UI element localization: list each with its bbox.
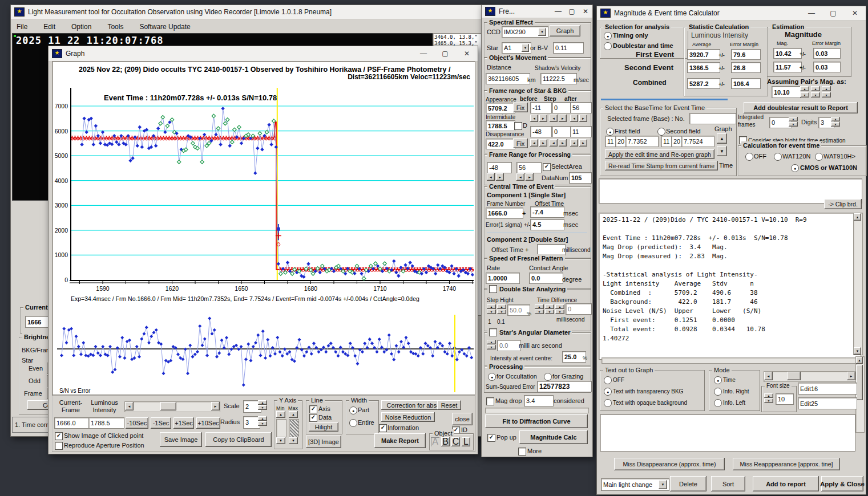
before-stepper[interactable]: ◄► [530, 115, 547, 122]
result-line-box[interactable] [599, 178, 862, 204]
minimize-icon[interactable]: — [551, 7, 565, 15]
first-err-field[interactable]: 79.6 [731, 49, 761, 60]
close-icon[interactable]: ✕ [579, 7, 592, 15]
maximize-icon[interactable]: ▢ [434, 50, 456, 58]
appearance-field[interactable]: 5709.2 [486, 103, 515, 113]
object-l-button[interactable]: L [462, 437, 470, 446]
scrollbar-thumb[interactable] [787, 372, 801, 380]
note-box[interactable] [600, 414, 855, 452]
scale-stepper[interactable]: ▲▼ [258, 400, 267, 410]
current-frame-value[interactable]: 1666.0 [54, 417, 90, 429]
ymax-scrollbar[interactable] [289, 419, 299, 437]
integrated-stepper[interactable]: ▲▼ [789, 117, 798, 127]
rate-field[interactable]: 1.0000 [486, 273, 520, 284]
calculator-titlebar[interactable]: ★ Magnitude & Event time Calculator —▢✕ [597, 6, 866, 21]
menu-edit[interactable]: Edit [43, 23, 55, 31]
first-field-radio[interactable]: ● [606, 128, 614, 136]
font-size-stepper[interactable]: ▲▼ [764, 393, 773, 403]
after-stepper[interactable]: ◄► [570, 115, 587, 122]
off-radio[interactable] [745, 153, 753, 161]
object-c-button[interactable]: C [451, 437, 460, 446]
first-mag-err-field[interactable]: 0.03 [813, 48, 841, 59]
textout-trans-radio[interactable]: ● [604, 388, 612, 396]
noise-reduction-button[interactable]: Noise Reduction [381, 412, 435, 422]
step-stepper[interactable]: ◄► [550, 115, 567, 122]
entire-radio[interactable] [349, 419, 357, 427]
scroll-left-icon[interactable]: ◄ [764, 372, 773, 380]
dis-before-stepper[interactable]: ◄► [530, 139, 547, 147]
selected-frame-field[interactable] [689, 113, 736, 124]
information-checkbox[interactable]: ✓ [379, 424, 387, 432]
menu-option[interactable]: Option [71, 23, 91, 31]
add-to-report-button[interactable]: Add to report [753, 476, 819, 491]
close-icon[interactable]: ✕ [456, 50, 478, 58]
miss-disappearance-button[interactable]: Miss Disappearance (approx. time) [614, 458, 725, 470]
main-titlebar[interactable]: ★ Light Measurement tool for Occultation… [11, 5, 483, 19]
proc-to-field[interactable]: 56 [516, 162, 542, 173]
contact-angle-field[interactable]: 0.0 [529, 273, 563, 284]
proc-from-stepper[interactable]: ◄► [487, 173, 504, 181]
mode-infoleft-radio[interactable] [714, 399, 722, 407]
close-button[interactable]: close [452, 413, 473, 425]
maximize-icon[interactable]: ▢ [822, 9, 844, 17]
make-report-button[interactable]: Make Report [374, 433, 426, 448]
mag-drop-field[interactable]: 3.4 [524, 395, 554, 406]
scroll-left-icon[interactable]: ◄ [125, 402, 134, 410]
before-field[interactable]: -11 [530, 102, 552, 113]
popup-checkbox[interactable]: ✓ [487, 434, 495, 442]
magnitude-calc-button[interactable]: Magnitude Calc [519, 430, 588, 444]
first-ss-field[interactable]: 7.7352 [625, 136, 659, 147]
time-diff-stepper1[interactable]: ▲▼ [535, 304, 544, 314]
object-b-button[interactable]: B [441, 437, 450, 446]
save-image-button[interactable]: Save Image [160, 432, 202, 447]
miss-reappearance-button[interactable]: Miss Reapppearance [approx. tine] [733, 458, 840, 470]
proc-to-stepper[interactable]: ◄► [516, 173, 534, 181]
clipboard-button[interactable]: -> Clip brd. [824, 199, 862, 209]
second-field-radio[interactable] [657, 128, 665, 136]
more-checkbox[interactable] [518, 448, 526, 456]
menu-software-update[interactable]: Software Update [139, 23, 190, 31]
assume-up-steppers[interactable]: ▲▲▲ [800, 86, 831, 91]
error-sigma-field[interactable]: 4.5 [530, 219, 564, 230]
3d-image-button[interactable]: [3D] Image [306, 436, 341, 448]
grazing-radio[interactable] [544, 373, 552, 381]
bv-field[interactable]: 0.11 [553, 42, 584, 54]
textout-opaque-radio[interactable] [604, 399, 612, 407]
minus-10sec-button[interactable]: -10Sec [126, 417, 148, 429]
angular-diameter-checkbox[interactable] [489, 328, 497, 336]
copy-clipboard-button[interactable]: Copy to ClipBoard [205, 432, 272, 447]
luminous-intensity-value[interactable]: 1788.5 [88, 417, 124, 429]
horizontal-divider-scrollbar[interactable] [601, 357, 858, 364]
second-mag-err-field[interactable]: 0.03 [813, 62, 841, 72]
assume-down-steppers[interactable]: ▼▼▼ [800, 92, 831, 97]
apply-close-button[interactable]: Apply & Close [821, 476, 863, 491]
edit16-field[interactable]: Edit16 [798, 383, 857, 395]
light-change-combobox[interactable]: Main light change▼ [601, 478, 669, 491]
second-err-field[interactable]: 26.8 [731, 62, 761, 73]
digits-stepper[interactable]: ▲▼ [831, 117, 840, 127]
scroll-right-icon[interactable]: ► [847, 372, 855, 380]
up-icon[interactable]: ▲ [258, 400, 267, 405]
minimize-icon[interactable]: — [801, 9, 822, 17]
ymax-up-icon[interactable]: ▲ [289, 411, 298, 418]
timing-only-radio[interactable]: ● [604, 32, 612, 40]
frame-number-field[interactable]: 1666.0 [486, 208, 523, 219]
dis-step-stepper[interactable]: ◄► [550, 139, 567, 147]
hilight-button[interactable]: Hilight [309, 422, 338, 432]
chevron-down-icon[interactable]: ▼ [538, 28, 546, 36]
ymax-down-icon[interactable]: ▼ [289, 437, 298, 444]
assuming-mag-field[interactable]: 10.10 [772, 86, 801, 98]
spectral-graph-button[interactable]: Graph [550, 25, 580, 36]
frame-scrollbar[interactable]: ◄ ► [124, 401, 220, 412]
ymin-up-icon[interactable]: ▲ [276, 411, 285, 418]
combined-avg-field[interactable]: 5287.2 [687, 78, 720, 89]
residual-chart[interactable]: S/N vs Error [54, 312, 474, 393]
step-field[interactable]: 0 [552, 102, 571, 113]
reset-button[interactable]: Reset [437, 400, 461, 410]
wat910h-radio[interactable] [815, 153, 823, 161]
chevron-down-icon[interactable]: ▼ [522, 44, 529, 52]
fresnel-titlebar[interactable]: ★ Fre... —▢✕ [482, 5, 592, 18]
dis-after-stepper[interactable]: ◄► [570, 139, 587, 147]
time-diff-stepper2[interactable]: ▲▼ [545, 304, 554, 314]
time-diff-field[interactable]: 0 [566, 303, 592, 315]
